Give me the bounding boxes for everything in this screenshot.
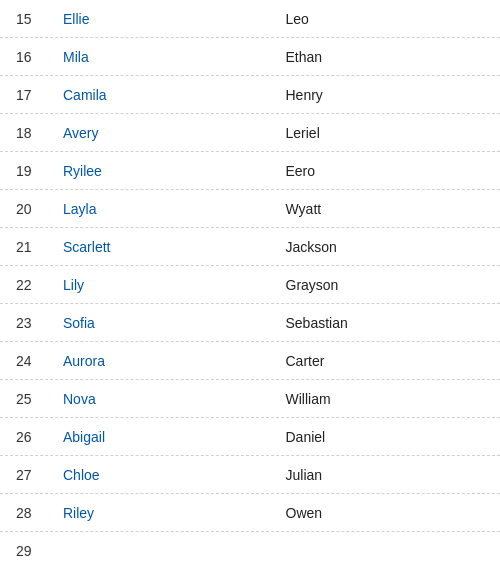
- rank-cell: 22: [0, 277, 55, 293]
- rank-cell: 29: [0, 543, 55, 559]
- girl-name-cell[interactable]: Scarlett: [55, 239, 278, 255]
- rank-cell: 20: [0, 201, 55, 217]
- table-row: 21ScarlettJackson: [0, 228, 500, 266]
- rank-cell: 21: [0, 239, 55, 255]
- rank-cell: 17: [0, 87, 55, 103]
- table-row: 27ChloeJulian: [0, 456, 500, 494]
- rank-cell: 25: [0, 391, 55, 407]
- girl-name-cell[interactable]: Layla: [55, 201, 278, 217]
- boy-name-cell: Leo: [278, 11, 501, 27]
- names-table: 15EllieLeo16MilaEthan17CamilaHenry18Aver…: [0, 0, 500, 567]
- table-row: 19RyileeEero: [0, 152, 500, 190]
- girl-name-cell[interactable]: Riley: [55, 505, 278, 521]
- rank-cell: 16: [0, 49, 55, 65]
- boy-name-cell: Leriel: [278, 125, 501, 141]
- table-row: 20LaylaWyatt: [0, 190, 500, 228]
- boy-name-cell: Ethan: [278, 49, 501, 65]
- girl-name-cell[interactable]: Lily: [55, 277, 278, 293]
- girl-name-cell[interactable]: Aurora: [55, 353, 278, 369]
- rank-cell: 23: [0, 315, 55, 331]
- boy-name-cell: Carter: [278, 353, 501, 369]
- rank-cell: 18: [0, 125, 55, 141]
- table-row: 17CamilaHenry: [0, 76, 500, 114]
- girl-name-cell[interactable]: Mila: [55, 49, 278, 65]
- boy-name-cell: Julian: [278, 467, 501, 483]
- boy-name-cell: Grayson: [278, 277, 501, 293]
- girl-name-cell[interactable]: Ryilee: [55, 163, 278, 179]
- rank-cell: 24: [0, 353, 55, 369]
- boy-name-cell: Sebastian: [278, 315, 501, 331]
- table-row: 22LilyGrayson: [0, 266, 500, 304]
- girl-name-cell[interactable]: Ellie: [55, 11, 278, 27]
- girl-name-cell[interactable]: Chloe: [55, 467, 278, 483]
- boy-name-cell: Henry: [278, 87, 501, 103]
- boy-name-cell: Jackson: [278, 239, 501, 255]
- rank-cell: 19: [0, 163, 55, 179]
- boy-name-cell: William: [278, 391, 501, 407]
- rank-cell: 26: [0, 429, 55, 445]
- girl-name-cell[interactable]: Abigail: [55, 429, 278, 445]
- table-row: 23SofiaSebastian: [0, 304, 500, 342]
- table-row: 25NovaWilliam: [0, 380, 500, 418]
- boy-name-cell: Wyatt: [278, 201, 501, 217]
- girl-name-cell[interactable]: Nova: [55, 391, 278, 407]
- boy-name-cell: Eero: [278, 163, 501, 179]
- table-row: 15EllieLeo: [0, 0, 500, 38]
- boy-name-cell: Owen: [278, 505, 501, 521]
- girl-name-cell[interactable]: Sofia: [55, 315, 278, 331]
- rank-cell: 28: [0, 505, 55, 521]
- rank-cell: 27: [0, 467, 55, 483]
- table-row: 24AuroraCarter: [0, 342, 500, 380]
- boy-name-cell: Daniel: [278, 429, 501, 445]
- rank-cell: 15: [0, 11, 55, 27]
- table-row: 16MilaEthan: [0, 38, 500, 76]
- table-row: 18AveryLeriel: [0, 114, 500, 152]
- girl-name-cell[interactable]: Avery: [55, 125, 278, 141]
- table-row: 26AbigailDaniel: [0, 418, 500, 456]
- table-row: 28RileyOwen: [0, 494, 500, 532]
- girl-name-cell[interactable]: Camila: [55, 87, 278, 103]
- table-row: 29: [0, 532, 500, 567]
